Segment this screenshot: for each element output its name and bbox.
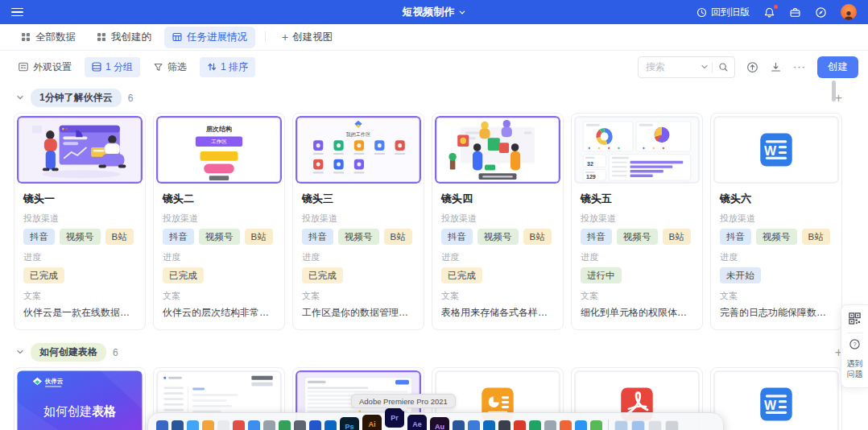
dock-tooltip: Adobe Premiere Pro 2021 — [351, 394, 456, 408]
dock-app-icon[interactable] — [294, 420, 306, 430]
group-by-button[interactable]: 1 分组 — [85, 57, 140, 77]
divider — [712, 62, 713, 72]
status-badge: 未开始 — [720, 267, 761, 283]
svg-text:伙伴云: 伙伴云 — [44, 378, 64, 385]
contact-qr-button[interactable] — [849, 312, 861, 328]
search-input[interactable] — [644, 60, 701, 73]
app-screen: 短视频制作 回到旧版 全部数据我创建的任务进展情况 — [0, 0, 868, 430]
back-to-old-version-button[interactable]: 回到旧版 — [696, 6, 750, 19]
table-icon — [172, 32, 182, 42]
search-box — [638, 56, 735, 78]
group-icon — [92, 62, 101, 72]
dock-app-icon[interactable] — [614, 420, 628, 430]
view-toolbar: 外观设置 1 分组 筛选 1 排序 · — [0, 51, 868, 83]
avatar[interactable] — [841, 4, 857, 20]
dock-app-icon[interactable] — [648, 420, 662, 430]
notifications-button[interactable] — [763, 6, 775, 19]
dock-app-icon[interactable] — [279, 420, 291, 430]
dock-app-icon[interactable] — [217, 420, 229, 430]
record-card[interactable]: W镜头六投放渠道视频号B站 — [710, 367, 842, 430]
record-card[interactable]: 伙伴云如何创建表格镜头一投放渠道视频号B站 — [14, 367, 146, 430]
field-label-copy: 文案 — [581, 290, 693, 302]
plus-icon: + — [282, 33, 288, 41]
board-area: 1分钟了解伙伴云6+镜头一投放渠道抖音视频号B站进度已完成文案伙伴云是一款在线数… — [0, 83, 868, 430]
dock-app-icon-au[interactable]: Au — [430, 417, 449, 430]
export-button[interactable] — [770, 61, 782, 73]
record-card[interactable]: 镜头四投放渠道抖音视频号B站进度已完成文案表格用来存储各式各样的数据，将数... — [432, 113, 564, 330]
dock-app-icon[interactable] — [498, 420, 510, 430]
status-badge: 已完成 — [302, 267, 343, 283]
filter-button[interactable]: 筛选 — [150, 57, 190, 77]
channel-tag: 抖音 — [720, 229, 751, 245]
dock-app-icon[interactable] — [172, 420, 184, 430]
divider — [847, 333, 862, 333]
field-label-copy: 文案 — [720, 290, 833, 302]
field-label-progress: 进度 — [23, 251, 136, 263]
discover-button[interactable] — [815, 6, 827, 19]
dock-app-icon[interactable] — [544, 420, 556, 430]
dock-app-icon[interactable] — [324, 420, 337, 430]
group-add-button[interactable]: + — [835, 93, 842, 104]
view-tab-3[interactable]: 任务进展情况 — [164, 27, 255, 48]
channel-tag: B站 — [105, 229, 134, 245]
scrollbar-thumb[interactable] — [832, 81, 836, 101]
dock-app-icon[interactable] — [560, 420, 572, 430]
chevron-down-icon[interactable] — [701, 63, 709, 71]
more-button[interactable]: ··· — [793, 63, 806, 71]
card-cover: W — [713, 116, 839, 184]
help-label[interactable]: 遇到问题 — [847, 358, 863, 379]
briefcase-icon — [789, 6, 801, 19]
dock-app-icon[interactable] — [483, 420, 495, 430]
dock-app-icon[interactable] — [309, 420, 321, 430]
record-card[interactable]: 层次结构工作区镜头二投放渠道抖音视频号B站进度已完成文案伙伴云的层次结构非常简单… — [153, 113, 285, 330]
dock-app-icon[interactable] — [575, 420, 587, 430]
field-label-channels: 投放渠道 — [23, 213, 136, 225]
dock-app-icon[interactable] — [453, 420, 465, 430]
search-icon[interactable] — [718, 62, 729, 72]
svg-text:工作区: 工作区 — [211, 139, 227, 144]
group-collapse-toggle[interactable] — [16, 347, 24, 358]
dock-app-icon[interactable] — [187, 420, 199, 430]
create-view-button[interactable]: + 创建视图 — [275, 27, 339, 48]
create-record-button[interactable]: 创建 — [817, 56, 858, 78]
sort-button[interactable]: 1 排序 — [200, 57, 255, 77]
dock-app-icon[interactable] — [233, 420, 245, 430]
appearance-settings-button[interactable]: 外观设置 — [14, 57, 75, 77]
dock-app-icon[interactable] — [514, 420, 526, 430]
dock-app-icon-ps[interactable]: Ps — [340, 417, 359, 430]
dock-app-icon[interactable] — [468, 420, 480, 430]
menu-icon[interactable] — [11, 8, 23, 17]
dock-app-icon[interactable] — [631, 420, 645, 430]
channel-tag: B站 — [384, 229, 412, 245]
card-title: 镜头四 — [441, 192, 554, 206]
card-cover — [17, 116, 143, 184]
dock-app-icon[interactable] — [156, 420, 168, 430]
record-card[interactable]: 我的工作区镜头三投放渠道抖音视频号B站进度已完成文案工作区是你的数据管理空间，可… — [292, 113, 424, 330]
dock-app-icon[interactable] — [529, 420, 541, 430]
import-button[interactable] — [746, 61, 758, 73]
workspace-title[interactable]: 短视频制作 — [403, 5, 466, 19]
svg-text:我的工作区: 我的工作区 — [346, 131, 370, 138]
field-label-channels: 投放渠道 — [441, 213, 554, 225]
group-collapse-toggle[interactable] — [16, 93, 24, 104]
dock-app-icon[interactable] — [665, 420, 679, 430]
dock-app-icon[interactable] — [263, 420, 275, 430]
question-icon: ? — [849, 338, 861, 350]
record-card[interactable]: 镜头一投放渠道抖音视频号B站进度已完成文案伙伴云是一款在线数据协作工具，可... — [14, 113, 146, 330]
dock-app-icon[interactable] — [248, 420, 260, 430]
dock-app-icon[interactable] — [202, 420, 214, 430]
record-card[interactable]: 32129镜头五投放渠道抖音视频号B站进度进行中文案细化到单元格的权限体系能满足… — [571, 113, 703, 330]
workbench-button[interactable] — [789, 6, 801, 19]
channel-tag: 视频号 — [199, 229, 240, 245]
chevron-down-icon — [16, 93, 24, 101]
view-tab-2[interactable]: 我创建的 — [89, 27, 159, 48]
svg-text:如何创建表格: 如何创建表格 — [43, 403, 117, 417]
record-card[interactable]: W镜头六投放渠道抖音视频号B站进度未开始文案完善的日志功能保障数据安全，不必..… — [710, 113, 842, 330]
dock-app-icon-ae[interactable]: Ae — [407, 415, 427, 430]
dock-app-icon[interactable] — [590, 420, 602, 430]
dock-app-icon-ai[interactable]: Ai — [362, 415, 382, 430]
group-count: 6 — [113, 347, 118, 358]
view-tab-1[interactable]: 全部数据 — [13, 27, 84, 48]
record-group: 1分钟了解伙伴云6+镜头一投放渠道抖音视频号B站进度已完成文案伙伴云是一款在线数… — [0, 83, 868, 337]
help-button[interactable]: ? — [849, 338, 861, 354]
